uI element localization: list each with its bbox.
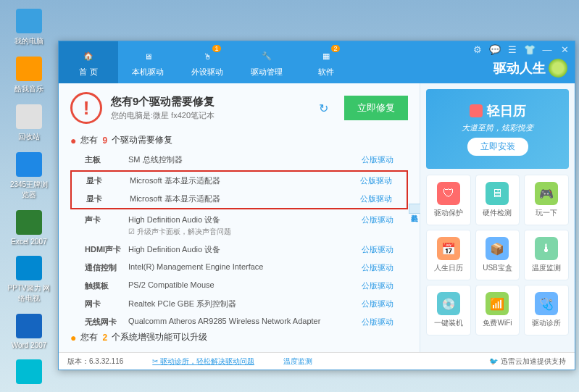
- driver-desc: Intel(R) Management Engine Interface: [128, 262, 362, 271]
- driver-status[interactable]: 公版驱动: [362, 317, 393, 328]
- content: ! 您有9个驱动需要修复 您的电脑是:微星 fx420笔记本 ↻ 立即修复 ● …: [59, 83, 575, 352]
- desktop-icon[interactable]: Excel 2007: [7, 209, 51, 246]
- titlebar: 🏠首 页🖥本机驱动🖱外设驱动1🔧驱动管理▦软件2 ⚙ 💬 ☰ 👕 — ✕ 驱动人…: [59, 41, 575, 83]
- diagnosis-link[interactable]: ✂ 驱动诊所，轻松解决驱动问题: [152, 356, 254, 367]
- driver-status[interactable]: 公版驱动: [362, 280, 393, 291]
- tool-免费WiFi[interactable]: 📶免费WiFi: [475, 285, 520, 335]
- app-icon: [14, 209, 43, 236]
- brand: 驱动人生: [493, 59, 567, 78]
- driver-row: 网卡Realtek PCIe GBE 系列控制器公版驱动: [70, 295, 408, 313]
- nav-tab-3[interactable]: 🔧驱动管理: [237, 41, 296, 83]
- driver-category: 主板: [85, 154, 128, 165]
- app-icon: [14, 7, 43, 35]
- tool-icon: 📦: [486, 237, 509, 260]
- driver-category: HDMI声卡: [85, 244, 128, 255]
- icon-label: 我的电脑: [14, 36, 43, 46]
- icon-label: 2345王牌浏览器: [7, 180, 51, 200]
- bullet-icon: ●: [70, 332, 76, 343]
- nav-tab-0[interactable]: 🏠首 页: [59, 41, 118, 83]
- driver-row: 显卡Microsoft 基本显示适配器公版驱动: [72, 190, 407, 208]
- app-icon: [14, 312, 43, 340]
- menu-icon[interactable]: ☰: [507, 44, 518, 55]
- nav-tab-1[interactable]: 🖥本机驱动: [118, 41, 178, 83]
- nav-tab-4[interactable]: ▦软件2: [296, 41, 356, 83]
- alert-title: 您有9个驱动需要修复: [111, 95, 214, 109]
- tab-icon: 🖥: [139, 48, 157, 65]
- driver-desc: High Definition Audio 设备: [128, 244, 362, 255]
- statusbar: 版本：6.3.32.116 ✂ 驱动诊所，轻松解决驱动问题 温度监测 🐦 迅雷云…: [59, 352, 575, 370]
- driver-row: 主板SM 总线控制器公版驱动: [70, 151, 408, 169]
- fix-now-button[interactable]: 立即修复: [344, 96, 408, 120]
- calendar-icon: [470, 104, 483, 117]
- side-tab[interactable]: 装机必备: [409, 204, 420, 214]
- feedback-icon[interactable]: 💬: [489, 44, 501, 55]
- tool-USB宝盒[interactable]: 📦USB宝盒: [475, 230, 520, 280]
- tool-驱动诊所[interactable]: 🩺驱动诊所: [524, 285, 569, 335]
- driver-desc: SM 总线控制器: [128, 154, 362, 165]
- tab-label: 驱动管理: [251, 67, 283, 78]
- driver-status[interactable]: 公版驱动: [362, 262, 393, 273]
- desktop-icon[interactable]: [7, 358, 51, 387]
- tab-icon: 🏠: [80, 48, 97, 65]
- tool-玩一下[interactable]: 🎮玩一下: [524, 175, 569, 225]
- driver-row: 显卡Microsoft 基本显示适配器公版驱动: [72, 172, 407, 190]
- driver-status[interactable]: 公版驱动: [360, 193, 392, 204]
- icon-label: 回收站: [18, 132, 40, 142]
- driver-row: 触摸板PS/2 Compatible Mouse公版驱动: [70, 277, 408, 295]
- tool-硬件检测[interactable]: 🖥硬件检测: [475, 175, 520, 225]
- bullet-icon: ●: [70, 135, 76, 146]
- app-icon: [14, 55, 43, 83]
- tool-温度监测[interactable]: 🌡温度监测: [524, 230, 569, 280]
- nav-tab-2[interactable]: 🖱外设驱动1: [178, 41, 237, 83]
- tool-label: 温度监测: [532, 263, 561, 273]
- icon-label: PPTV聚力 网络电视: [7, 283, 51, 304]
- driver-category: 触摸板: [85, 280, 128, 291]
- desktop-icon[interactable]: PPTV聚力 网络电视: [7, 254, 51, 304]
- section-upgrade-head: ● 您有 2 个系统增强功能可以升级: [70, 331, 408, 343]
- desktop-icon[interactable]: 我的电脑: [7, 7, 51, 46]
- minimize-icon[interactable]: —: [541, 44, 553, 55]
- tool-icon: 💿: [437, 292, 460, 315]
- alert-icon: !: [70, 92, 102, 124]
- main-panel: ! 您有9个驱动需要修复 您的电脑是:微星 fx420笔记本 ↻ 立即修复 ● …: [59, 83, 420, 352]
- side-panel: 装机必备 轻日历 大道至简，炫彩悦变 立即安装 🛡驱动保护🖥硬件检测🎮玩一下📅人…: [420, 83, 575, 352]
- desktop-icon[interactable]: 酷我音乐: [7, 55, 51, 94]
- tool-icon: 📅: [437, 237, 460, 260]
- desktop-icon[interactable]: Word 2007: [7, 312, 51, 349]
- notification-badge: 1: [212, 45, 221, 52]
- driver-status[interactable]: 公版驱动: [362, 299, 393, 309]
- tool-label: 硬件检测: [483, 208, 512, 218]
- install-button[interactable]: 立即安装: [467, 138, 528, 156]
- tool-icon: 🩺: [535, 292, 558, 315]
- settings-icon[interactable]: ⚙: [472, 44, 483, 55]
- temperature-link[interactable]: 温度监测: [283, 356, 312, 367]
- driver-desc: Microsoft 基本显示适配器: [130, 193, 360, 204]
- tool-icon: 🛡: [437, 182, 460, 205]
- tool-icon: 🌡: [535, 237, 558, 260]
- refresh-icon[interactable]: ↻: [319, 101, 328, 115]
- desktop-icon[interactable]: 2345王牌浏览器: [7, 151, 51, 200]
- skin-icon[interactable]: 👕: [524, 44, 536, 55]
- section-drivers-head: ● 您有 9 个驱动需要修复: [70, 134, 408, 146]
- notification-badge: 2: [331, 45, 340, 52]
- driver-row: 通信控制Intel(R) Management Engine Interface…: [70, 259, 408, 277]
- tool-label: 驱动诊所: [532, 318, 561, 328]
- driver-status[interactable]: 公版驱动: [362, 154, 393, 165]
- promo-card[interactable]: 轻日历 大道至简，炫彩悦变 立即安装: [426, 89, 569, 169]
- desktop-icon[interactable]: 回收站: [7, 103, 51, 142]
- driver-status[interactable]: 公版驱动: [360, 175, 392, 186]
- driver-category: 无线网卡: [85, 317, 128, 328]
- tool-人生日历[interactable]: 📅人生日历: [426, 230, 471, 280]
- tool-label: USB宝盒: [483, 263, 512, 273]
- driver-status[interactable]: 公版驱动: [362, 244, 393, 255]
- tool-驱动保护[interactable]: 🛡驱动保护: [426, 175, 471, 225]
- icon-label: Word 2007: [12, 341, 47, 349]
- tool-一键装机[interactable]: 💿一键装机: [426, 285, 471, 335]
- driver-desc: Qualcomm Atheros AR9285 Wireless Network…: [128, 317, 362, 325]
- driver-category: 声卡: [85, 214, 128, 225]
- driver-status[interactable]: 公版驱动: [362, 214, 393, 225]
- driver-row: 无线网卡Qualcomm Atheros AR9285 Wireless Net…: [70, 313, 408, 328]
- close-icon[interactable]: ✕: [559, 44, 570, 55]
- driver-desc: Realtek PCIe GBE 系列控制器: [128, 299, 362, 309]
- alert-subtitle: 您的电脑是:微星 fx420笔记本: [111, 110, 214, 121]
